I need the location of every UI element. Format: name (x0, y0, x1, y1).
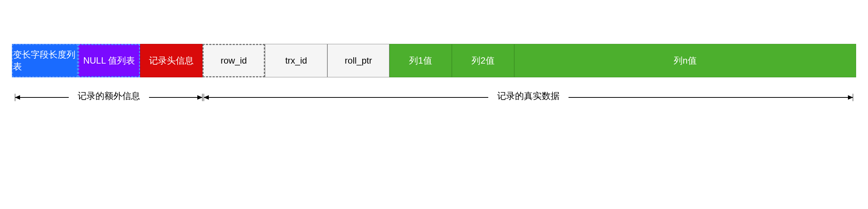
cell-trx-id: trx_id (265, 44, 327, 77)
cell-col1: 列1值 (389, 44, 452, 77)
annotation-real-data: 记录的真实数据 (204, 85, 853, 107)
svg-marker-4 (197, 95, 203, 100)
cell-varlen-list: 变长字段长度列表 (12, 44, 78, 77)
svg-marker-3 (15, 95, 20, 100)
cell-coln: 列n值 (514, 44, 856, 77)
svg-marker-9 (848, 95, 853, 100)
cell-null-list: NULL 值列表 (78, 44, 140, 77)
annotation-real-data-label: 记录的真实数据 (488, 90, 569, 102)
cell-roll-ptr: roll_ptr (327, 44, 389, 77)
cell-record-header: 记录头信息 (140, 44, 203, 77)
cell-col2: 列2值 (452, 44, 514, 77)
annotation-extra-info: 记录的额外信息 (15, 85, 203, 107)
record-row: 变长字段长度列表 NULL 值列表 记录头信息 row_id trx_id ro… (12, 44, 856, 77)
cell-row-id: row_id (203, 44, 265, 77)
record-structure-diagram: 变长字段长度列表 NULL 值列表 记录头信息 row_id trx_id ro… (0, 0, 868, 209)
svg-marker-8 (204, 95, 209, 100)
annotation-extra-info-label: 记录的额外信息 (69, 90, 149, 102)
